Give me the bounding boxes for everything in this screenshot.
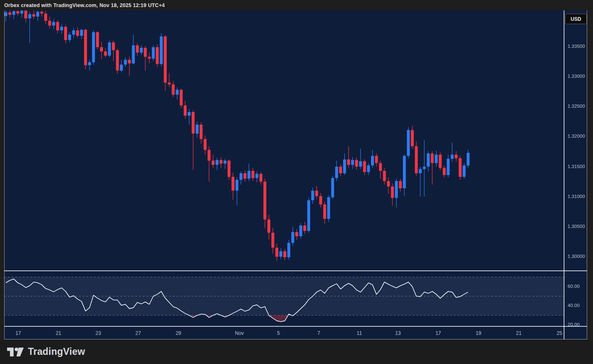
currency-usd-badge[interactable]: USD bbox=[565, 14, 587, 24]
tradingview-logo-link[interactable]: TradingView bbox=[0, 346, 85, 357]
time-axis-label: 25 bbox=[557, 330, 563, 336]
rsi-pane[interactable] bbox=[4, 277, 564, 322]
price-chart-canvas[interactable]: 1.335001.330001.325001.320001.315001.310… bbox=[0, 0, 593, 364]
footer-bar: TradingView bbox=[0, 339, 593, 364]
price-axis-label: 1.31000 bbox=[568, 194, 585, 199]
price-axis-label: 1.30000 bbox=[568, 254, 585, 259]
time-axis-label: 17 bbox=[15, 330, 21, 336]
time-axis-label: 21 bbox=[56, 330, 62, 336]
time-axis-label: 11 bbox=[357, 330, 362, 336]
time-axis-label: 13 bbox=[395, 330, 401, 336]
time-axis-label: 19 bbox=[476, 330, 481, 336]
price-axis-label: 1.32000 bbox=[568, 134, 585, 139]
rsi-axis-label: 60.00 bbox=[568, 284, 580, 289]
attribution-text: Orbex created with TradingView.com, Nov … bbox=[0, 2, 165, 8]
time-axis-label: 17 bbox=[436, 330, 441, 336]
price-axis-label: 1.32500 bbox=[568, 104, 585, 109]
rsi-axis-label: 40.00 bbox=[568, 303, 580, 308]
price-axis-label: 1.31500 bbox=[568, 164, 585, 169]
tradingview-brand-text: TradingView bbox=[28, 346, 85, 357]
time-axis-label: 21 bbox=[516, 330, 522, 336]
time-axis-label: 7 bbox=[317, 330, 320, 336]
header-bar: Orbex created with TradingView.com, Nov … bbox=[0, 0, 593, 10]
time-axis-label: Nov bbox=[235, 330, 244, 336]
time-axis-label: 5 bbox=[277, 330, 280, 336]
price-axis-label: 1.30500 bbox=[568, 224, 585, 229]
tradingview-logo-icon bbox=[7, 347, 24, 357]
time-axis-label: 29 bbox=[176, 330, 182, 336]
price-axis-label: 1.33000 bbox=[568, 74, 585, 79]
time-axis-label: 23 bbox=[95, 330, 101, 336]
price-axis-label: 1.33500 bbox=[568, 44, 585, 49]
time-axis-label: 27 bbox=[135, 330, 141, 336]
rsi-axis-label: 20.00 bbox=[568, 322, 580, 327]
